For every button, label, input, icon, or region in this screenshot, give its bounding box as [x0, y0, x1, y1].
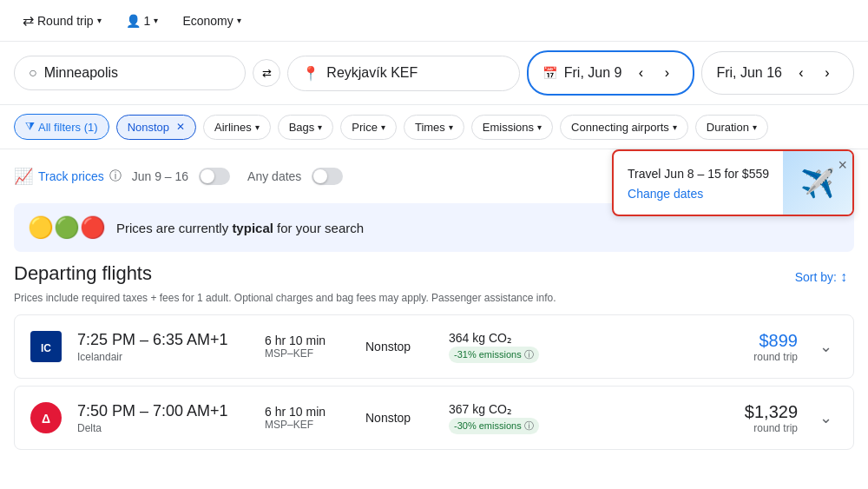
duration-label: Duration — [707, 121, 749, 134]
nonstop-close-icon[interactable]: ✕ — [176, 121, 185, 133]
times-chevron-icon: ▾ — [449, 122, 453, 132]
flight-duration-2: 6 hr 10 min MSP–KEF — [265, 405, 352, 431]
sort-control[interactable]: Sort by: ↕ — [788, 266, 854, 288]
swap-arrows-icon: ⇄ — [262, 67, 272, 80]
emissions-badge-1: -31% emissions ⓘ — [449, 347, 539, 363]
price-indicator-icon: 🟡🟢🔴 — [28, 215, 106, 240]
duration-filter-button[interactable]: Duration ▾ — [695, 115, 768, 140]
chevron-down-flight-2-icon: ⌄ — [819, 408, 832, 427]
departing-subtitle: Prices include required taxes + fees for… — [14, 292, 854, 304]
airlines-label: Airlines — [214, 121, 252, 134]
flight-emissions-val-2: 367 kg CO₂ — [449, 402, 588, 416]
chevron-down-icon-2: ▾ — [154, 16, 158, 25]
trending-icon: 📈 — [14, 167, 33, 186]
bags-filter-button[interactable]: Bags ▾ — [278, 115, 334, 140]
flight-card-2[interactable]: Δ 7:50 PM – 7:00 AM+1 Delta 6 hr 10 min … — [14, 386, 854, 450]
top-bar: ⇄ Round trip ▾ 👤 1 ▾ Economy ▾ — [0, 0, 868, 42]
sort-icon: ↕ — [840, 269, 847, 285]
return-prev-button[interactable]: ‹ — [789, 61, 813, 85]
any-dates-toggle[interactable] — [312, 168, 343, 185]
expand-flight-2-button[interactable]: ⌄ — [812, 404, 839, 432]
person-icon: 👤 — [126, 14, 141, 28]
airlines-filter-button[interactable]: Airlines ▾ — [203, 115, 271, 140]
track-toggle-knob — [201, 169, 214, 183]
chevron-down-icon: ▾ — [97, 16, 102, 25]
depart-date-field[interactable]: 📅 Fri, Jun 9 ‹ › — [527, 50, 695, 96]
origin-field[interactable]: ○ Minneapolis — [14, 56, 246, 90]
tools-section: 📈 Track prices ⓘ Jun 9 – 16 Any dates 📊 … — [0, 149, 868, 203]
popup-close-button[interactable]: × — [838, 156, 847, 175]
track-prices-button[interactable]: 📈 Track prices ⓘ — [14, 167, 122, 186]
search-bar: ○ Minneapolis ⇄ 📍 Reykjavík KEF 📅 Fri, J… — [0, 42, 868, 105]
chevron-down-flight-1-icon: ⌄ — [819, 337, 832, 356]
flight-card-1[interactable]: IC 7:25 PM – 6:35 AM+1 Icelandair 6 hr 1… — [14, 314, 854, 379]
destination-field[interactable]: 📍 Reykjavík KEF — [287, 56, 519, 91]
passengers-label: 1 — [144, 14, 151, 28]
calendar-icon: 📅 — [542, 66, 557, 80]
connecting-airports-chevron-icon: ▾ — [673, 122, 677, 132]
departing-section: Departing flights Sort by: ↕ Prices incl… — [0, 262, 868, 471]
nonstop-filter-button[interactable]: Nonstop ✕ — [116, 115, 196, 140]
emissions-label: Emissions — [483, 121, 534, 134]
price-label: Price — [352, 121, 378, 134]
all-filters-label: All filters (1) — [38, 121, 98, 134]
airlines-chevron-icon: ▾ — [255, 122, 260, 132]
emissions-info-icon-1[interactable]: ⓘ — [524, 349, 534, 360]
chevron-down-icon-3: ▾ — [237, 16, 241, 25]
flight-duration-1: 6 hr 10 min MSP–KEF — [265, 334, 352, 360]
return-date-nav: ‹ › — [789, 61, 839, 85]
flight-duration-time-1: 6 hr 10 min — [265, 334, 352, 347]
origin-text: Minneapolis — [44, 65, 118, 81]
depart-date-text: Fri, Jun 9 — [564, 65, 622, 81]
flight-price-1: $899 round trip — [753, 331, 798, 363]
popup-change-dates-link[interactable]: Change dates — [628, 187, 769, 201]
depart-next-button[interactable]: › — [654, 61, 679, 85]
times-label: Times — [415, 121, 445, 134]
class-button[interactable]: Economy ▾ — [174, 9, 249, 33]
any-dates-label: Any dates — [247, 169, 301, 183]
popup-content: Travel Jun 8 – 15 for $559 Change dates — [614, 151, 783, 215]
flight-emissions-1: 364 kg CO₂ -31% emissions ⓘ — [449, 331, 588, 363]
depart-prev-button[interactable]: ‹ — [628, 61, 653, 85]
flight-route-1: MSP–KEF — [265, 347, 352, 360]
return-next-button[interactable]: › — [815, 61, 839, 85]
expand-flight-1-button[interactable]: ⌄ — [812, 333, 839, 360]
connecting-airports-filter-button[interactable]: Connecting airports ▾ — [560, 115, 688, 140]
nonstop-label: Nonstop — [128, 121, 169, 134]
swap-airports-button[interactable]: ⇄ — [253, 59, 280, 87]
times-filter-button[interactable]: Times ▾ — [404, 115, 464, 140]
popup-text: Travel Jun 8 – 15 for $559 — [628, 165, 769, 183]
flight-price-val-1: $899 — [753, 331, 798, 351]
flight-emissions-val-1: 364 kg CO₂ — [449, 331, 588, 345]
price-chevron-icon: ▾ — [381, 122, 385, 132]
price-filter-button[interactable]: Price ▾ — [340, 115, 397, 140]
flight-airline-2: Delta — [77, 422, 251, 434]
sort-label: Sort by: — [795, 270, 837, 284]
all-filters-button[interactable]: ⧩ All filters (1) — [14, 114, 109, 140]
return-date-text: Fri, Jun 16 — [716, 65, 782, 81]
duration-chevron-icon: ▾ — [753, 122, 757, 132]
flight-stops-1: Nonstop — [365, 340, 435, 354]
track-toggle[interactable] — [199, 168, 230, 185]
passengers-button[interactable]: 👤 1 ▾ — [117, 9, 168, 33]
trip-type-label: Round trip — [37, 14, 94, 28]
flight-price-label-2: round trip — [745, 422, 798, 434]
return-date-field[interactable]: Fri, Jun 16 ‹ › — [701, 51, 854, 95]
flight-times-2: 7:50 PM – 7:00 AM+1 Delta — [77, 402, 251, 434]
svg-text:IC: IC — [41, 342, 51, 354]
date-range-label: Jun 9 – 16 — [132, 169, 188, 183]
tools-left: 📈 Track prices ⓘ Jun 9 – 16 Any dates — [14, 167, 343, 186]
round-trip-button[interactable]: ⇄ Round trip ▾ — [14, 7, 110, 34]
info-icon[interactable]: ⓘ — [109, 169, 122, 184]
destination-text: Reykjavík KEF — [326, 65, 418, 81]
class-label: Economy — [182, 14, 233, 28]
emissions-filter-button[interactable]: Emissions ▾ — [471, 115, 553, 140]
flight-times-1: 7:25 PM – 6:35 AM+1 Icelandair — [77, 331, 251, 363]
emissions-info-icon-2[interactable]: ⓘ — [524, 420, 534, 431]
filter-bar: ⧩ All filters (1) Nonstop ✕ Airlines ▾ B… — [0, 105, 868, 149]
departing-header: Departing flights Sort by: ↕ — [14, 262, 854, 288]
departing-title: Departing flights — [14, 262, 152, 285]
flight-airline-1: Icelandair — [77, 351, 251, 363]
pin-icon: 📍 — [302, 65, 319, 82]
flight-stops-2: Nonstop — [365, 411, 435, 425]
